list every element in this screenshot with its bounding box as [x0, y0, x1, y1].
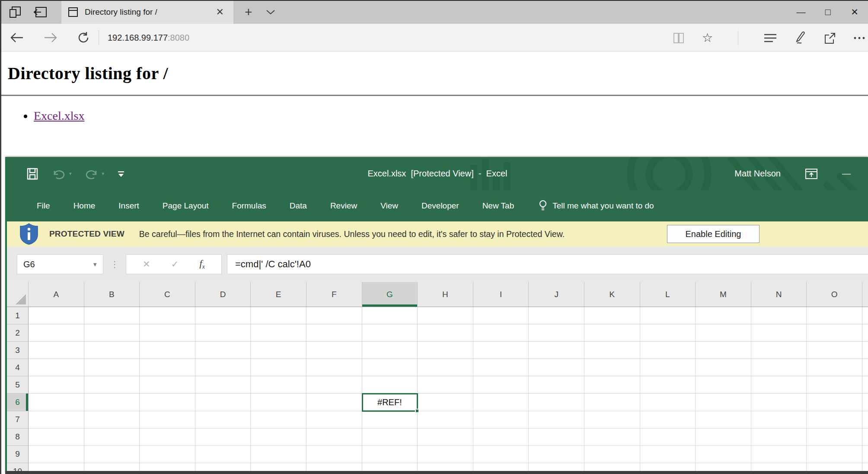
cell-G5[interactable]	[362, 376, 418, 394]
window-close-button[interactable]: ✕	[841, 7, 868, 17]
cell-F4[interactable]	[306, 359, 362, 376]
cell-partial-6[interactable]	[862, 394, 868, 411]
ribbon-tab-file[interactable]: File	[25, 201, 62, 211]
reading-view-icon[interactable]	[672, 32, 686, 44]
cell-D3[interactable]	[195, 342, 251, 359]
forward-icon[interactable]	[43, 32, 58, 43]
cell-partial-4[interactable]	[862, 359, 868, 376]
name-box[interactable]: G6 ▼	[17, 254, 103, 274]
ribbon-tab-home[interactable]: Home	[62, 201, 107, 211]
column-header-K[interactable]: K	[584, 282, 640, 307]
cell-E6[interactable]	[251, 394, 306, 411]
excel-file-link[interactable]: Excel.xlsx	[34, 109, 84, 122]
row-header-7[interactable]: 7	[7, 411, 29, 429]
tab-preview-icon[interactable]	[33, 6, 48, 18]
tabs-set-aside-icon[interactable]	[9, 6, 22, 19]
ribbon-tab-view[interactable]: View	[369, 201, 410, 211]
cell-N3[interactable]	[751, 342, 807, 359]
column-header-E[interactable]: E	[251, 282, 306, 307]
cell-partial-2[interactable]	[862, 324, 868, 342]
cell-N5[interactable]	[751, 376, 807, 394]
cell-J4[interactable]	[529, 359, 584, 376]
tab-close-icon[interactable]: ✕	[214, 6, 227, 18]
column-header-C[interactable]: C	[140, 282, 195, 307]
cell-N4[interactable]	[751, 359, 807, 376]
cell-K4[interactable]	[584, 359, 640, 376]
cell-L2[interactable]	[640, 324, 696, 342]
cell-K7[interactable]	[584, 411, 640, 429]
cell-C9[interactable]	[140, 446, 195, 463]
cell-partial-7[interactable]	[862, 411, 868, 429]
cell-C6[interactable]	[140, 394, 195, 411]
cell-L4[interactable]	[640, 359, 696, 376]
cell-G6[interactable]: #REF!	[362, 394, 418, 411]
cell-A2[interactable]	[29, 324, 84, 342]
cell-partial-8[interactable]	[862, 429, 868, 446]
cell-F5[interactable]	[306, 376, 362, 394]
cell-H8[interactable]	[418, 429, 473, 446]
cell-I3[interactable]	[473, 342, 529, 359]
cell-M8[interactable]	[696, 429, 751, 446]
cell-H4[interactable]	[418, 359, 473, 376]
cell-L1[interactable]	[640, 307, 696, 324]
cell-G4[interactable]	[362, 359, 418, 376]
window-minimize-button[interactable]: —	[788, 7, 814, 17]
cell-N1[interactable]	[751, 307, 807, 324]
formula-bar-grip[interactable]: ⋮	[110, 259, 119, 269]
cell-F3[interactable]	[306, 342, 362, 359]
cell-J9[interactable]	[529, 446, 584, 463]
cell-B1[interactable]	[84, 307, 140, 324]
cell-B8[interactable]	[84, 429, 140, 446]
ribbon-tab-page-layout[interactable]: Page Layout	[151, 201, 220, 211]
cell-E8[interactable]	[251, 429, 306, 446]
cell-E5[interactable]	[251, 376, 306, 394]
cell-C2[interactable]	[140, 324, 195, 342]
cell-C1[interactable]	[140, 307, 195, 324]
cell-D4[interactable]	[195, 359, 251, 376]
column-header-A[interactable]: A	[29, 282, 84, 307]
column-header-partial[interactable]	[862, 282, 868, 307]
enable-editing-button[interactable]: Enable Editing	[667, 225, 760, 243]
cell-H7[interactable]	[418, 411, 473, 429]
cell-B4[interactable]	[84, 359, 140, 376]
cell-C5[interactable]	[140, 376, 195, 394]
confirm-entry-icon[interactable]: ✓	[171, 259, 179, 269]
cell-A4[interactable]	[29, 359, 84, 376]
cell-M1[interactable]	[696, 307, 751, 324]
cell-E7[interactable]	[251, 411, 306, 429]
cell-E1[interactable]	[251, 307, 306, 324]
cell-K2[interactable]	[584, 324, 640, 342]
cell-D2[interactable]	[195, 324, 251, 342]
ribbon-tab-new-tab[interactable]: New Tab	[471, 201, 526, 211]
row-header-5[interactable]: 5	[7, 376, 29, 394]
column-header-G[interactable]: G	[362, 282, 418, 307]
cell-E3[interactable]	[251, 342, 306, 359]
cell-K5[interactable]	[584, 376, 640, 394]
cell-A9[interactable]	[29, 446, 84, 463]
cell-D8[interactable]	[195, 429, 251, 446]
ribbon-display-options-icon[interactable]	[805, 168, 818, 179]
name-box-dropdown-icon[interactable]: ▼	[92, 261, 103, 268]
cell-L9[interactable]	[640, 446, 696, 463]
cell-C3[interactable]	[140, 342, 195, 359]
cell-O9[interactable]	[807, 446, 862, 463]
cell-H9[interactable]	[418, 446, 473, 463]
ribbon-tab-formulas[interactable]: Formulas	[220, 201, 278, 211]
cell-L3[interactable]	[640, 342, 696, 359]
cell-M3[interactable]	[696, 342, 751, 359]
column-header-H[interactable]: H	[418, 282, 473, 307]
cell-partial-9[interactable]	[862, 446, 868, 463]
cell-I8[interactable]	[473, 429, 529, 446]
cell-I1[interactable]	[473, 307, 529, 324]
column-header-O[interactable]: O	[807, 282, 862, 307]
more-actions-icon[interactable]	[853, 36, 865, 40]
cell-partial-5[interactable]	[862, 376, 868, 394]
column-header-L[interactable]: L	[640, 282, 696, 307]
cell-F2[interactable]	[306, 324, 362, 342]
cell-B5[interactable]	[84, 376, 140, 394]
row-header-8[interactable]: 8	[7, 429, 29, 446]
ribbon-tab-data[interactable]: Data	[278, 201, 319, 211]
share-icon[interactable]	[823, 32, 837, 45]
row-header-1[interactable]: 1	[7, 307, 29, 324]
cell-B3[interactable]	[84, 342, 140, 359]
